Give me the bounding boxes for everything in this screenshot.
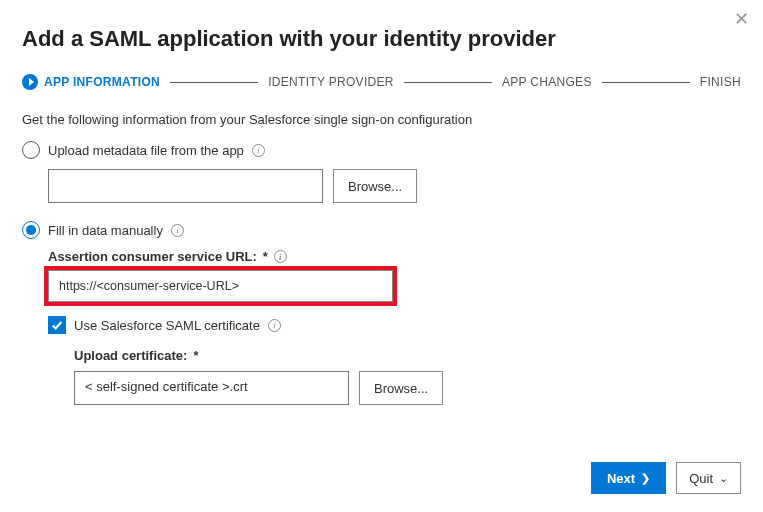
play-circle-icon <box>22 74 38 90</box>
close-icon[interactable]: ✕ <box>734 10 749 28</box>
metadata-file-field[interactable] <box>48 169 323 203</box>
chevron-right-icon: ❯ <box>641 472 650 485</box>
info-icon[interactable] <box>268 319 281 332</box>
radio-fill-manually-label: Fill in data manually <box>48 223 163 238</box>
info-icon[interactable] <box>252 144 265 157</box>
info-icon[interactable] <box>171 224 184 237</box>
metadata-browse-button[interactable]: Browse... <box>333 169 417 203</box>
next-button[interactable]: Next ❯ <box>591 462 666 494</box>
radio-fill-manually[interactable] <box>22 221 40 239</box>
wizard-steps: APP INFORMATION IDENTITY PROVIDER APP CH… <box>22 74 741 90</box>
radio-upload-metadata-label: Upload metadata file from the app <box>48 143 244 158</box>
instructions-text: Get the following information from your … <box>22 112 741 127</box>
acs-url-label: Assertion consumer service URL: * <box>48 249 741 264</box>
certificate-file-field[interactable]: < self-signed certificate >.crt <box>74 371 349 405</box>
step-app-information: APP INFORMATION <box>22 74 160 90</box>
step-app-changes: APP CHANGES <box>502 75 592 89</box>
certificate-browse-button[interactable]: Browse... <box>359 371 443 405</box>
step-identity-provider: IDENTITY PROVIDER <box>268 75 394 89</box>
upload-cert-label: Upload certificate: * <box>74 348 741 363</box>
chevron-down-icon: ⌄ <box>719 472 728 485</box>
info-icon[interactable] <box>274 250 287 263</box>
checkbox-use-salesforce-cert-label: Use Salesforce SAML certificate <box>74 318 260 333</box>
checkbox-use-salesforce-cert[interactable] <box>48 316 66 334</box>
dialog-title: Add a SAML application with your identit… <box>22 26 741 52</box>
radio-upload-metadata[interactable] <box>22 141 40 159</box>
acs-url-input[interactable] <box>48 270 393 302</box>
check-icon <box>50 318 64 332</box>
quit-button[interactable]: Quit ⌄ <box>676 462 741 494</box>
step-finish: FINISH <box>700 75 741 89</box>
